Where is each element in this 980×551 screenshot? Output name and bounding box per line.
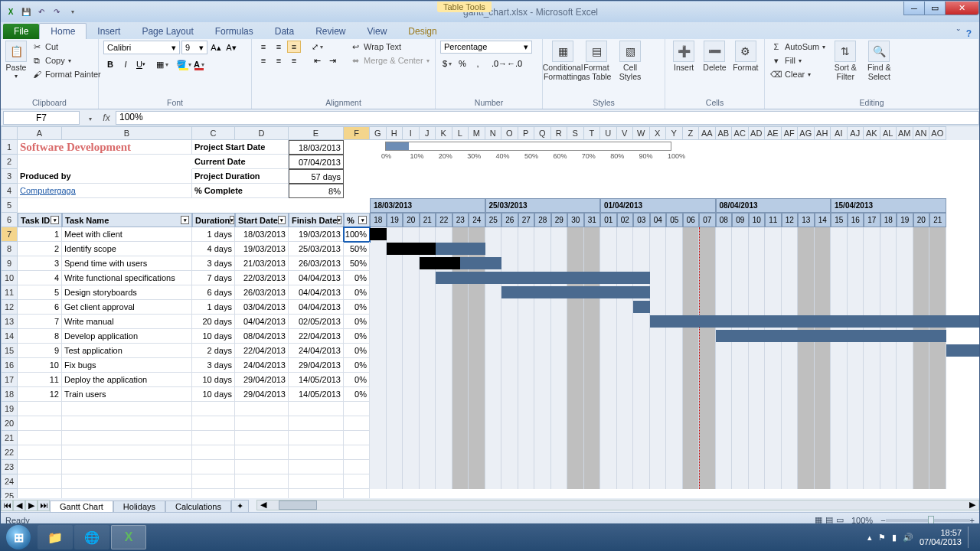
task-pct[interactable]: 0% — [344, 344, 370, 358]
col-B[interactable]: B — [62, 126, 192, 140]
sheet-nav-next[interactable]: ▶ — [25, 500, 38, 511]
filter-icon[interactable]: ▾ — [337, 216, 341, 224]
col-header[interactable]: AF — [782, 126, 799, 140]
empty-cell[interactable] — [289, 445, 344, 460]
col-header[interactable]: Q — [534, 126, 551, 140]
col-header-fd[interactable]: Finish Date▾ — [289, 213, 344, 227]
task-name[interactable]: Fix bugs — [62, 358, 192, 373]
task-id[interactable]: 8 — [18, 329, 62, 344]
insert-cells-button[interactable]: ➕Insert — [670, 41, 697, 72]
grow-font-button[interactable]: A▴ — [209, 41, 223, 54]
empty-cell[interactable] — [235, 474, 289, 489]
col-header[interactable]: L — [452, 126, 469, 140]
sort-filter-button[interactable]: ⇅Sort & Filter — [830, 41, 861, 81]
empty-cell[interactable] — [192, 431, 235, 445]
col-header[interactable]: H — [387, 126, 403, 140]
empty-cell[interactable] — [289, 402, 344, 416]
task-pct[interactable]: 0% — [344, 358, 370, 373]
task-id[interactable]: 5 — [18, 285, 62, 300]
empty-cell[interactable] — [289, 431, 344, 445]
close-button[interactable]: ✕ — [945, 2, 979, 15]
worksheet[interactable]: ABCDEFGHIJKLMNOPQRSTUVWXYZAAABACADAEAFAG… — [1, 126, 979, 509]
col-header-sd[interactable]: Start Date▾ — [235, 213, 289, 227]
task-name[interactable]: Meet with client — [62, 227, 192, 242]
empty-cell[interactable] — [235, 402, 289, 416]
row-22[interactable]: 22 — [1, 445, 18, 460]
task-pct[interactable]: 0% — [344, 373, 370, 387]
row-11[interactable]: 11 — [1, 285, 18, 300]
col-header[interactable]: P — [518, 126, 535, 140]
task-name[interactable]: Design storyboards — [62, 285, 192, 300]
maximize-button[interactable]: ▭ — [924, 2, 946, 15]
col-header-id[interactable]: Task ID▾ — [18, 213, 62, 227]
increase-indent-button[interactable]: ⇥ — [325, 54, 339, 67]
empty-cell[interactable] — [62, 431, 192, 445]
format-as-table-button[interactable]: ▤Format as Table — [581, 41, 612, 81]
copy-button[interactable]: ⧉Copy▾ — [30, 54, 103, 67]
col-header[interactable]: J — [420, 126, 436, 140]
empty-cell[interactable] — [235, 460, 289, 474]
empty-cell[interactable] — [344, 460, 370, 474]
empty-cell[interactable] — [192, 460, 235, 474]
task-pct[interactable]: 50% — [344, 242, 370, 256]
fill-button[interactable]: ▾Fill▾ — [769, 54, 827, 67]
minimize-button[interactable]: ─ — [903, 2, 925, 15]
border-button[interactable]: ▦ — [155, 57, 169, 71]
task-pct[interactable]: 0% — [344, 300, 370, 315]
align-right-button[interactable]: ≡ — [287, 54, 301, 67]
empty-cell[interactable] — [235, 431, 289, 445]
task-start[interactable]: 19/03/2013 — [235, 242, 289, 256]
col-header[interactable]: R — [551, 126, 568, 140]
col-header[interactable]: AM — [897, 126, 913, 140]
task-finish[interactable]: 22/04/2013 — [289, 329, 344, 344]
col-header[interactable]: AH — [815, 126, 831, 140]
sheet-tab-holidays[interactable]: Holidays — [113, 500, 165, 512]
excel-icon[interactable]: X — [4, 5, 18, 19]
filter-icon[interactable]: ▾ — [51, 216, 59, 224]
task-pct[interactable]: 0% — [344, 271, 370, 285]
task-start[interactable]: 22/04/2013 — [235, 344, 289, 358]
delete-cells-button[interactable]: ➖Delete — [701, 41, 728, 72]
empty-cell[interactable] — [18, 474, 62, 489]
wrap-text-button[interactable]: ↩Wrap Text — [348, 41, 431, 53]
font-color-button[interactable]: A — [192, 57, 206, 71]
orientation-button[interactable]: ⤢ — [310, 41, 324, 53]
task-id[interactable]: 4 — [18, 271, 62, 285]
task-pct[interactable]: 100% — [344, 227, 370, 242]
col-header[interactable]: I — [403, 126, 420, 140]
col-header-name[interactable]: Task Name▾ — [62, 213, 192, 227]
col-header[interactable]: AA — [699, 126, 716, 140]
col-header[interactable]: AG — [798, 126, 815, 140]
empty-cell[interactable] — [18, 431, 62, 445]
gantt-bar[interactable] — [979, 359, 980, 371]
formulas-tab[interactable]: Formulas — [204, 24, 264, 39]
horizontal-scrollbar[interactable]: ◀ ▶ — [256, 500, 979, 510]
decrease-indent-button[interactable]: ⇤ — [310, 54, 324, 67]
row-6[interactable]: 6 — [1, 213, 18, 227]
task-duration[interactable]: 20 days — [192, 315, 235, 329]
task-start[interactable]: 08/04/2013 — [235, 329, 289, 344]
task-name[interactable]: Train users — [62, 387, 192, 402]
task-pct[interactable]: 0% — [344, 285, 370, 300]
empty-cell[interactable] — [62, 445, 192, 460]
empty-cell[interactable] — [344, 431, 370, 445]
task-name[interactable]: Write functional specifications — [62, 271, 192, 285]
task-duration[interactable]: 3 days — [192, 358, 235, 373]
task-id[interactable]: 2 — [18, 242, 62, 256]
row-18[interactable]: 18 — [1, 387, 18, 402]
gantt-bar[interactable] — [716, 330, 946, 342]
increase-decimal-button[interactable]: .0→ — [492, 57, 506, 70]
col-header[interactable]: AC — [732, 126, 749, 140]
sheet-nav-prev[interactable]: ◀ — [13, 500, 25, 511]
empty-cell[interactable] — [18, 416, 62, 431]
bold-button[interactable]: B — [103, 57, 117, 71]
save-icon[interactable]: 💾 — [19, 5, 33, 19]
author-link[interactable]: Computergaga — [18, 184, 192, 198]
qat-more-icon[interactable] — [65, 5, 79, 19]
font-size-select[interactable]: 9▾ — [181, 41, 207, 54]
task-id[interactable]: 6 — [18, 300, 62, 315]
sheet-tab-calculations[interactable]: Calculations — [165, 500, 231, 512]
namebox-dropdown[interactable] — [82, 112, 97, 123]
value-duration[interactable]: 57 days — [289, 169, 344, 184]
col-header[interactable]: AN — [913, 126, 930, 140]
